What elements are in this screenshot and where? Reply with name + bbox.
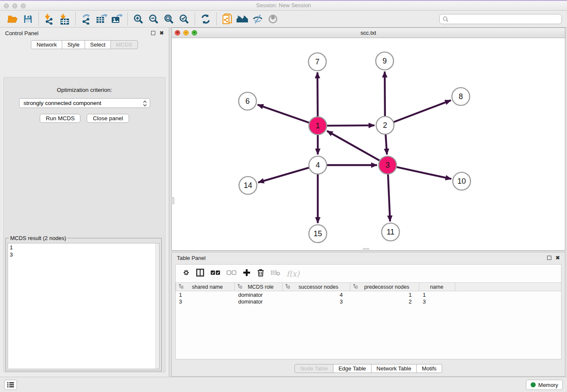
table-row[interactable]: 1dominator411 <box>176 291 561 298</box>
graph-node-6[interactable]: 6 <box>239 92 256 110</box>
column-header-predecessor-nodes[interactable]: predecessor nodes <box>350 283 419 291</box>
save-session-icon[interactable] <box>20 12 36 26</box>
delete-table-icon <box>270 269 281 278</box>
maximize-window-icon[interactable] <box>21 3 26 8</box>
network-canvas[interactable]: 7968124314101511 <box>172 38 565 250</box>
graph-node-1[interactable]: 1 <box>309 117 327 135</box>
zoom-out-icon[interactable] <box>146 12 161 26</box>
close-panel-icon[interactable]: ✖ <box>160 30 164 36</box>
edge-1-7[interactable] <box>317 72 318 116</box>
column-label: predecessor nodes <box>358 284 419 290</box>
tab-mcds[interactable]: MCDS <box>110 40 138 49</box>
network-window-titlebar[interactable]: ✕ − + scc.txt <box>172 28 565 38</box>
edge-2-3[interactable] <box>385 135 387 155</box>
zoom-network-icon[interactable]: + <box>192 30 197 36</box>
cell-name: 1 <box>419 292 455 298</box>
splitter-grip[interactable] <box>171 197 174 204</box>
graph-node-3[interactable]: 3 <box>379 156 396 174</box>
node-label: 4 <box>316 161 320 169</box>
tab-motifs[interactable]: Motifs <box>416 364 442 373</box>
edge-1-6[interactable] <box>258 105 309 122</box>
clone-network-icon[interactable] <box>220 12 235 26</box>
tab-network-table[interactable]: Network Table <box>371 364 417 373</box>
cell-shared-name: 3 <box>176 298 235 305</box>
close-network-icon[interactable]: ✕ <box>175 30 180 36</box>
memory-button[interactable]: Memory <box>526 380 563 390</box>
zoom-in-icon[interactable] <box>131 12 146 26</box>
select-all-columns-icon[interactable] <box>210 270 220 277</box>
run-mcds-button[interactable]: Run MCDS <box>40 114 80 123</box>
search-box[interactable] <box>439 14 562 24</box>
close-window-icon[interactable] <box>4 3 9 8</box>
close-table-panel-icon[interactable]: ✖ <box>556 255 560 260</box>
column-label: MCDS role <box>242 284 282 290</box>
graph-node-7[interactable]: 7 <box>308 53 326 71</box>
unselect-all-columns-icon[interactable] <box>226 270 237 277</box>
mcds-tab-content: Optimization criterion: strongly connect… <box>3 77 165 373</box>
show-log-console-button[interactable] <box>4 380 17 390</box>
tab-network[interactable]: Network <box>31 40 62 49</box>
column-header-MCDS-role[interactable]: MCDS role <box>235 283 283 291</box>
first-neighbors-icon[interactable] <box>235 12 250 26</box>
edge-3-11[interactable] <box>388 174 390 221</box>
edge-2-9[interactable] <box>385 72 385 116</box>
tree-hierarchy-icon <box>353 284 358 290</box>
edge-3-1[interactable] <box>327 131 380 160</box>
export-image-icon[interactable] <box>109 12 124 26</box>
import-table-icon[interactable] <box>57 12 72 26</box>
edge-2-8[interactable] <box>394 100 451 122</box>
tab-select[interactable]: Select <box>85 40 111 49</box>
criterion-dropdown[interactable]: strongly connected component <box>19 98 150 108</box>
add-column-icon[interactable] <box>242 268 251 279</box>
export-table-icon[interactable] <box>94 12 109 26</box>
graph-node-11[interactable]: 11 <box>382 223 399 241</box>
graph-node-4[interactable]: 4 <box>309 156 327 174</box>
tab-style[interactable]: Style <box>62 40 85 49</box>
graph-node-8[interactable]: 8 <box>452 88 470 105</box>
column-header-shared-name[interactable]: shared name <box>176 283 235 291</box>
table-row[interactable]: 3dominator323 <box>176 298 561 305</box>
cell-name: 3 <box>419 298 455 305</box>
graph-node-10[interactable]: 10 <box>453 172 471 190</box>
search-input[interactable] <box>450 16 559 22</box>
result-line: 3 <box>10 251 157 258</box>
column-header-name[interactable]: name <box>419 283 455 291</box>
cell-predecessor-nodes: 2 <box>350 298 419 305</box>
import-network-icon[interactable] <box>42 12 57 26</box>
graph-node-2[interactable]: 2 <box>376 116 394 134</box>
show-hidden-icon[interactable] <box>265 12 281 26</box>
tree-hierarchy-icon <box>179 284 184 290</box>
column-header-successor-nodes[interactable]: successor nodes <box>283 283 350 291</box>
edge-4-14[interactable] <box>258 168 309 182</box>
edge-3-10[interactable] <box>396 167 451 179</box>
mcds-result-text[interactable]: 13 <box>8 243 160 369</box>
minimize-window-icon[interactable] <box>12 3 17 8</box>
zoom-selected-icon[interactable] <box>176 12 192 26</box>
hide-selected-icon[interactable] <box>250 12 265 26</box>
two-columns-icon[interactable] <box>196 268 204 279</box>
delete-columns-icon[interactable] <box>257 268 264 279</box>
window-controls[interactable] <box>4 3 26 8</box>
tab-node-table[interactable]: Node Table <box>295 364 333 373</box>
close-panel-button[interactable]: Close panel <box>87 114 129 123</box>
zoom-fit-icon[interactable] <box>161 12 176 26</box>
tab-edge-table[interactable]: Edge Table <box>333 364 372 373</box>
minimize-network-icon[interactable]: − <box>183 30 189 36</box>
float-table-panel-icon[interactable] <box>547 256 551 260</box>
table-tabs: Node TableEdge TableNetwork TableMotifs <box>172 364 565 373</box>
graph-node-9[interactable]: 9 <box>376 52 394 70</box>
refresh-view-icon[interactable] <box>198 12 213 26</box>
graph-node-14[interactable]: 14 <box>239 177 257 194</box>
result-scrollbar[interactable] <box>155 243 159 369</box>
graph-node-15[interactable]: 15 <box>309 225 327 243</box>
application-window: Session: New Session <box>0 0 567 392</box>
float-panel-icon[interactable] <box>151 31 155 35</box>
toolbar-separator <box>127 13 128 25</box>
settings-gear-icon[interactable] <box>182 268 190 279</box>
control-panel: Control Panel ✖ NetworkStyleSelectMCDS O… <box>0 28 169 377</box>
criterion-value: strongly connected component <box>24 100 102 106</box>
edge-1-2[interactable] <box>327 125 374 126</box>
export-network-icon[interactable] <box>79 12 94 26</box>
splitter-grip[interactable] <box>363 248 369 251</box>
open-session-icon[interactable] <box>5 12 20 26</box>
